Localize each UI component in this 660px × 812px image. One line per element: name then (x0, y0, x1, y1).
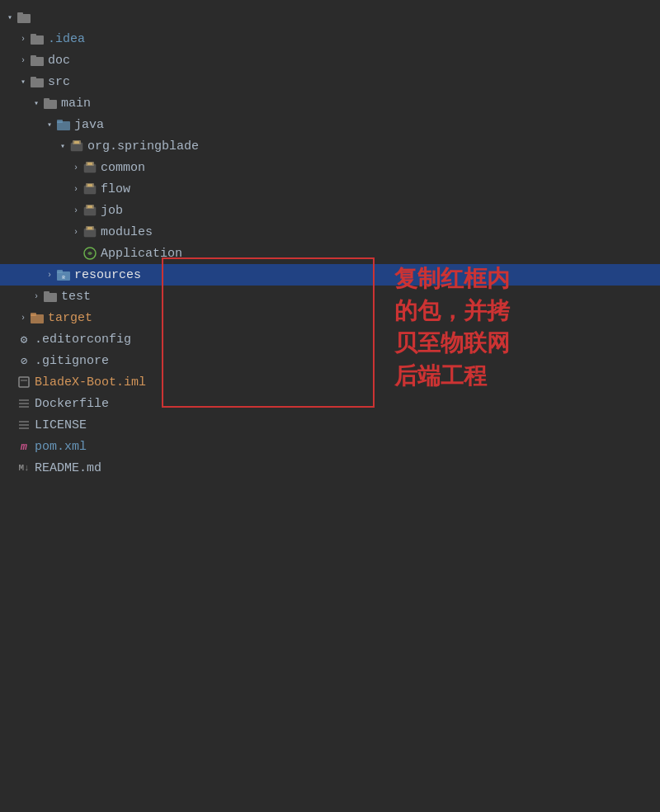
package-icon (82, 224, 97, 239)
tree-item-resources[interactable]: R resources (0, 264, 660, 286)
arrow-icon (16, 32, 30, 45)
folder-icon (30, 310, 45, 325)
md-icon: M↓ (16, 460, 31, 475)
tree-item-editorconfig[interactable]: ⚙ .editorconfig (0, 328, 660, 350)
svg-rect-32 (44, 291, 50, 295)
item-label: doc (48, 54, 70, 68)
tree-item-idea[interactable]: .idea (0, 28, 660, 50)
item-label: pom.xml (35, 440, 87, 454)
maven-icon: m (16, 439, 31, 454)
item-label: target (48, 311, 92, 325)
tree-item-java[interactable]: java (0, 114, 660, 135)
tree-item-orgspringblade[interactable]: org.springblade (0, 135, 660, 157)
tree-item-target[interactable]: target (0, 307, 660, 328)
svg-rect-7 (31, 77, 36, 80)
no-icon: ⊘ (16, 353, 31, 368)
java-folder-icon (56, 117, 71, 132)
tree-item-doc[interactable]: doc (0, 50, 660, 71)
svg-rect-35 (19, 377, 29, 387)
svg-rect-26 (87, 227, 92, 229)
svg-rect-23 (87, 205, 92, 208)
item-label: .editorconfig (35, 333, 131, 347)
item-label: src (48, 75, 70, 89)
tree-item-application[interactable]: Application (0, 243, 660, 264)
item-label: resources (74, 268, 141, 282)
tree-item-iml[interactable]: BladeX-Boot.iml (0, 371, 660, 393)
arrow-icon (43, 268, 56, 281)
tree-item-main[interactable]: main (0, 92, 660, 114)
tree-item-common[interactable]: common (0, 157, 660, 178)
tree-item-modules[interactable]: modules (0, 221, 660, 243)
folder-icon (43, 96, 58, 111)
folder-icon (30, 74, 45, 89)
item-label: job (101, 204, 123, 218)
folder-icon (30, 31, 45, 46)
package-icon (82, 182, 97, 196)
item-label: flow (101, 182, 130, 196)
arrow-icon (16, 311, 30, 324)
item-label: .gitignore (35, 354, 109, 368)
arrow-icon (16, 75, 30, 88)
item-label: modules (101, 225, 153, 239)
file-tree: .idea doc src mai (0, 0, 660, 812)
item-label: BladeX-Boot.iml (35, 375, 146, 389)
svg-rect-5 (31, 55, 36, 59)
arrow-icon (69, 225, 82, 238)
package-icon (69, 139, 84, 153)
tree-item-job[interactable]: job (0, 200, 660, 221)
svg-rect-29 (57, 270, 63, 273)
arrow-icon (69, 161, 82, 174)
spring-icon (82, 246, 97, 261)
item-label: Dockerfile (35, 397, 109, 411)
package-icon (82, 160, 97, 175)
item-label: main (61, 97, 91, 111)
folder-icon (30, 53, 45, 68)
svg-rect-17 (87, 163, 92, 165)
svg-rect-11 (57, 120, 63, 123)
arrow-icon (43, 118, 56, 131)
folder-icon (16, 10, 31, 25)
tree-item-flow[interactable]: flow (0, 178, 660, 200)
folder-icon (43, 289, 58, 304)
tree-item-gitignore[interactable]: ⊘ .gitignore (0, 350, 660, 371)
lines-icon (16, 396, 31, 411)
tree-item-src[interactable]: src (0, 71, 660, 92)
arrow-icon (56, 139, 69, 153)
svg-rect-3 (31, 34, 36, 37)
gear-icon: ⚙ (16, 332, 31, 347)
lines-icon (16, 418, 31, 432)
tree-item-test[interactable]: test (0, 286, 660, 307)
item-label: Application (101, 247, 182, 261)
svg-rect-34 (31, 313, 36, 316)
arrow-icon (30, 290, 43, 303)
tree-item-dockerfile[interactable]: Dockerfile (0, 393, 660, 414)
package-icon (82, 203, 97, 218)
svg-rect-14 (74, 141, 79, 144)
tree-item-readme[interactable]: M↓ README.md (0, 457, 660, 479)
resources-folder-icon: R (56, 267, 71, 282)
item-label: java (74, 118, 104, 132)
svg-rect-20 (87, 184, 92, 186)
item-label: test (61, 290, 91, 304)
item-label: org.springblade (87, 139, 199, 153)
arrow-icon (69, 204, 82, 217)
iml-icon (16, 375, 31, 389)
item-label: LICENSE (35, 418, 87, 432)
item-label: .idea (48, 32, 85, 46)
item-label: common (101, 161, 145, 175)
tree-item-root[interactable] (0, 7, 660, 28)
item-label: README.md (35, 461, 101, 475)
arrow-icon (30, 97, 43, 110)
tree-item-license[interactable]: LICENSE (0, 414, 660, 436)
svg-rect-9 (44, 98, 50, 102)
arrow-icon (69, 182, 82, 196)
arrow-icon (16, 54, 30, 67)
arrow-icon (3, 11, 16, 24)
svg-text:R: R (62, 275, 65, 281)
svg-rect-1 (17, 12, 23, 16)
tree-item-pomxml[interactable]: m pom.xml (0, 436, 660, 457)
